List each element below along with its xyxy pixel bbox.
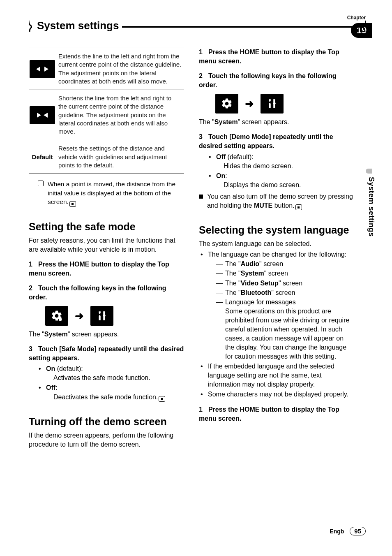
section-heading-demo: Turning off the demo screen: [29, 416, 184, 428]
note: When a point is moved, the distance from…: [38, 180, 184, 207]
list-item: Off:Deactivates the safe mode function.: [39, 383, 184, 402]
end-mark-icon: [159, 396, 165, 402]
note-icon: [38, 181, 44, 186]
lang-intro: The system language can be selected.: [199, 239, 354, 248]
note-text: When a point is moved, the distance from…: [48, 181, 175, 205]
list-item: The "System" screen: [216, 269, 354, 278]
arrow-right-icon: ➜: [245, 97, 254, 110]
system-appears: The "System" screen appears.: [199, 118, 354, 127]
table-row: Default Resets the settings of the dista…: [29, 140, 184, 174]
svg-marker-3: [37, 113, 41, 118]
shorten-icon: [30, 106, 55, 124]
end-mark-icon: [295, 204, 302, 210]
key-sequence: ➜: [45, 306, 184, 326]
safe-step1: 1Press the HOME button to display the To…: [29, 260, 184, 278]
list-item: Some characters may not be displayed pro…: [201, 390, 354, 399]
list-item: The "Audio" screen: [216, 259, 354, 269]
table-row: Extends the line to the left and right f…: [29, 48, 184, 90]
list-item: Off (default):Hides the demo screen.: [209, 153, 354, 171]
tools-icon: [261, 94, 284, 114]
safe-step3: 3Touch [Safe Mode] repeatedly until the …: [29, 345, 184, 363]
svg-rect-7: [103, 315, 105, 316]
settings-gear-icon: [45, 306, 68, 326]
page: Chapter 19 System settings System settin…: [0, 0, 392, 556]
side-tab: [366, 169, 372, 174]
chapter-label: Chapter: [347, 15, 366, 21]
demo-step1: 1Press the HOME button to display the To…: [199, 48, 354, 66]
table-row: Shortens the line from the left and righ…: [29, 90, 184, 140]
list-item: If the embedded language and the selecte…: [201, 362, 354, 389]
svg-point-5: [59, 318, 62, 321]
row-desc: Shortens the line from the left and righ…: [58, 90, 184, 140]
list-item: The language can be changed for the foll…: [201, 250, 354, 361]
list-item: On:Displays the demo screen.: [209, 171, 354, 190]
demo-step2: 2Touch the following keys in the followi…: [199, 72, 354, 90]
system-appears: The "System" screen appears.: [29, 330, 184, 339]
default-label: Default: [32, 153, 53, 160]
side-section-title: System settings: [367, 177, 376, 237]
svg-marker-1: [36, 67, 40, 72]
end-mark-icon: [69, 201, 76, 207]
right-column: 1Press the HOME button to display the To…: [199, 48, 354, 451]
footer: Engb 95: [330, 527, 366, 535]
key-sequence: ➜: [215, 94, 354, 114]
mute-note: You can also turn off the demo screen by…: [199, 192, 354, 211]
svg-marker-2: [44, 67, 48, 72]
lang-step1: 1Press the HOME button to display the To…: [199, 405, 354, 423]
row-desc: Extends the line to the left and right f…: [58, 48, 184, 90]
safe-step2: 2Touch the following keys in the followi…: [29, 284, 184, 302]
arrow-right-icon: ➜: [75, 310, 84, 322]
section-heading-safe-mode: Setting the safe mode: [29, 221, 184, 233]
header-bar: System settings: [29, 21, 366, 33]
page-number: 95: [350, 527, 366, 535]
page-title: System settings: [32, 19, 122, 32]
tools-icon: [90, 306, 113, 326]
left-column: Extends the line to the left and right f…: [29, 48, 184, 451]
list-item: The "Video Setup" screen: [216, 279, 354, 288]
svg-marker-4: [44, 113, 48, 118]
list-item: The "Bluetooth" screen: [216, 288, 354, 297]
settings-gear-icon: [215, 94, 238, 114]
demo-intro: If the demo screen appears, perform the …: [29, 431, 184, 449]
safe-intro: For safety reasons, you can limit the fu…: [29, 236, 184, 254]
list-item: On (default):Activates the safe mode fun…: [39, 364, 184, 382]
adjustment-table: Extends the line to the left and right f…: [29, 48, 184, 174]
expand-icon: [30, 60, 55, 78]
square-bullet-icon: [199, 195, 203, 199]
list-item: Language for messagesSome operations on …: [216, 298, 354, 361]
section-heading-language: Selecting the system language: [199, 224, 354, 236]
svg-rect-9: [273, 103, 276, 104]
row-desc: Resets the settings of the distance and …: [58, 140, 184, 174]
footer-lang: Engb: [330, 528, 344, 535]
demo-step3: 3Touch [Demo Mode] repeatedly until the …: [199, 132, 354, 151]
